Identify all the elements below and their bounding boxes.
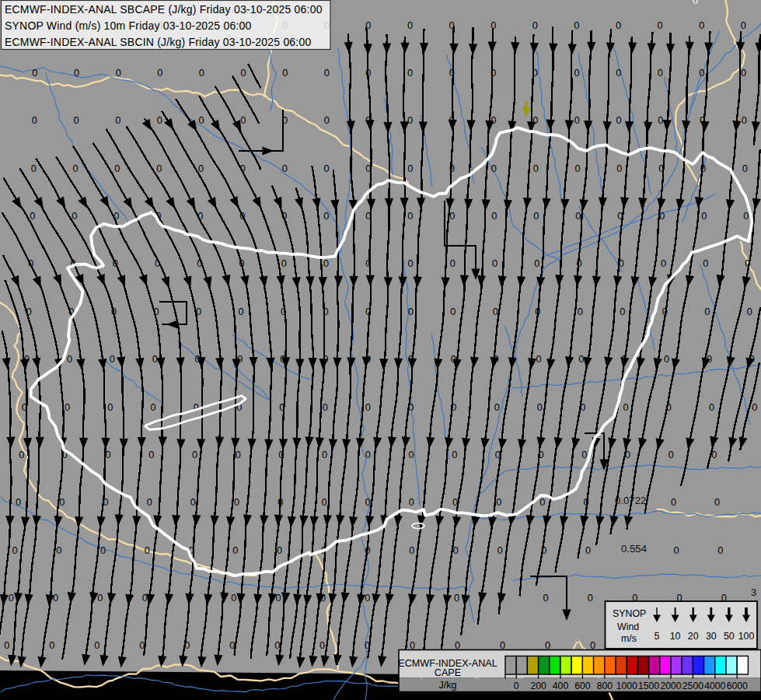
svg-text:0: 0 xyxy=(114,163,120,174)
svg-text:0: 0 xyxy=(534,257,539,269)
svg-text:0: 0 xyxy=(493,306,498,317)
svg-text:0: 0 xyxy=(100,544,106,556)
svg-text:ECMWF-INDEX-ANAL SBCIN (J/kg): ECMWF-INDEX-ANAL SBCIN (J/kg) Friday 03-… xyxy=(5,36,311,48)
svg-text:0: 0 xyxy=(277,544,282,556)
svg-text:0: 0 xyxy=(145,544,150,556)
svg-text:2000: 2000 xyxy=(660,681,681,691)
svg-text:0: 0 xyxy=(152,353,158,365)
svg-text:0: 0 xyxy=(12,544,18,556)
svg-text:0: 0 xyxy=(408,306,414,317)
svg-text:0: 0 xyxy=(190,496,196,508)
svg-text:0: 0 xyxy=(752,401,757,413)
svg-text:0: 0 xyxy=(709,401,714,413)
svg-text:50: 50 xyxy=(724,631,735,642)
svg-text:0: 0 xyxy=(407,257,413,269)
svg-text:0: 0 xyxy=(658,67,663,79)
svg-text:0: 0 xyxy=(59,496,65,508)
svg-text:0: 0 xyxy=(97,592,103,604)
svg-text:100: 100 xyxy=(738,631,755,642)
svg-text:200: 200 xyxy=(530,681,546,691)
svg-text:0: 0 xyxy=(661,257,666,269)
svg-text:0: 0 xyxy=(741,67,746,79)
svg-text:0: 0 xyxy=(322,449,327,460)
svg-text:10: 10 xyxy=(670,631,681,642)
svg-text:0: 0 xyxy=(409,544,414,556)
svg-text:0: 0 xyxy=(56,544,61,556)
svg-text:0: 0 xyxy=(574,114,580,126)
svg-text:2500: 2500 xyxy=(682,681,703,691)
svg-text:0: 0 xyxy=(574,67,579,79)
svg-text:0: 0 xyxy=(574,19,579,31)
svg-text:0: 0 xyxy=(704,306,710,317)
svg-text:0: 0 xyxy=(53,592,58,604)
svg-text:0: 0 xyxy=(148,449,154,460)
svg-text:0: 0 xyxy=(620,306,625,317)
svg-text:0: 0 xyxy=(701,210,707,222)
svg-text:0: 0 xyxy=(703,257,708,269)
svg-text:ECMWF-INDEX-ANAL SBCAPE (J/kg): ECMWF-INDEX-ANAL SBCAPE (J/kg) Friday 03… xyxy=(5,3,323,16)
svg-text:0: 0 xyxy=(274,639,280,651)
svg-text:0: 0 xyxy=(365,496,371,508)
svg-text:0: 0 xyxy=(578,353,584,365)
svg-text:0: 0 xyxy=(323,163,329,174)
svg-text:0: 0 xyxy=(494,401,500,413)
svg-text:0: 0 xyxy=(199,114,204,126)
svg-text:0: 0 xyxy=(671,496,676,508)
svg-text:0: 0 xyxy=(74,67,79,79)
svg-text:0: 0 xyxy=(67,353,72,365)
svg-text:0: 0 xyxy=(585,544,591,556)
svg-text:0: 0 xyxy=(192,449,197,460)
svg-text:0: 0 xyxy=(496,496,501,508)
svg-text:0: 0 xyxy=(743,210,749,222)
svg-text:0: 0 xyxy=(72,163,78,174)
svg-text:0: 0 xyxy=(30,210,35,222)
svg-text:0: 0 xyxy=(452,449,457,460)
svg-text:0: 0 xyxy=(449,210,455,222)
svg-text:0: 0 xyxy=(532,19,538,31)
svg-text:0: 0 xyxy=(231,592,236,604)
svg-text:0: 0 xyxy=(536,353,541,365)
svg-text:0: 0 xyxy=(450,257,456,269)
svg-text:0: 0 xyxy=(453,544,459,556)
svg-text:0: 0 xyxy=(323,210,329,222)
svg-text:0: 0 xyxy=(281,257,287,269)
svg-text:0: 0 xyxy=(232,544,238,556)
svg-text:0: 0 xyxy=(323,401,328,413)
svg-text:0: 0 xyxy=(365,401,371,413)
svg-text:0: 0 xyxy=(65,401,70,413)
svg-text:0: 0 xyxy=(365,592,370,604)
svg-text:m/s: m/s xyxy=(621,633,637,644)
svg-text:0: 0 xyxy=(4,639,9,651)
svg-text:4000: 4000 xyxy=(704,681,725,691)
svg-text:600: 600 xyxy=(574,681,591,691)
svg-text:0: 0 xyxy=(581,449,587,460)
svg-text:0: 0 xyxy=(234,496,239,508)
svg-text:0: 0 xyxy=(199,67,204,79)
svg-text:0: 0 xyxy=(323,257,329,269)
svg-text:0: 0 xyxy=(533,210,539,222)
svg-text:J/kg: J/kg xyxy=(438,680,456,691)
svg-text:0: 0 xyxy=(616,67,621,79)
svg-text:0: 0 xyxy=(116,67,121,79)
svg-text:CAPE: CAPE xyxy=(435,667,461,678)
svg-text:0: 0 xyxy=(321,496,326,508)
svg-text:0: 0 xyxy=(156,163,162,174)
svg-text:0: 0 xyxy=(742,114,747,126)
svg-text:0: 0 xyxy=(537,401,543,413)
svg-text:0: 0 xyxy=(623,401,628,413)
svg-text:0: 0 xyxy=(539,496,545,508)
svg-text:0: 0 xyxy=(450,306,456,317)
svg-text:0: 0 xyxy=(407,210,413,222)
svg-text:0: 0 xyxy=(110,353,115,365)
svg-text:0: 0 xyxy=(157,67,162,79)
svg-text:0: 0 xyxy=(747,306,752,317)
svg-text:0: 0 xyxy=(19,449,24,460)
svg-text:0: 0 xyxy=(157,114,162,126)
svg-text:0: 0 xyxy=(575,210,581,222)
svg-text:30: 30 xyxy=(706,631,717,642)
svg-text:0: 0 xyxy=(514,681,519,691)
svg-text:0: 0 xyxy=(492,257,497,269)
svg-text:0: 0 xyxy=(717,544,723,556)
svg-text:0: 0 xyxy=(407,163,413,174)
svg-text:0: 0 xyxy=(324,114,330,126)
